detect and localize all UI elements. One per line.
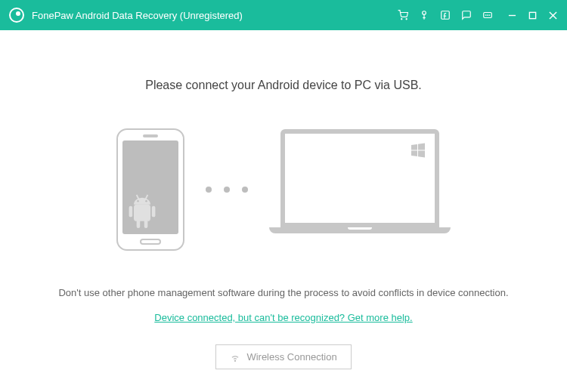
- cart-icon[interactable]: [397, 9, 409, 21]
- svg-line-17: [146, 195, 148, 199]
- wireless-connection-label: Wireless Connection: [246, 351, 336, 363]
- illustration: [116, 128, 451, 251]
- titlebar-left: FonePaw Android Data Recovery (Unregiste…: [9, 8, 243, 23]
- key-icon[interactable]: [418, 9, 430, 21]
- android-icon: [125, 192, 159, 231]
- wireless-connection-button[interactable]: Wireless Connection: [215, 344, 351, 369]
- facebook-icon[interactable]: [439, 9, 451, 21]
- svg-point-10: [489, 15, 490, 16]
- svg-point-9: [488, 15, 488, 16]
- svg-rect-22: [137, 220, 141, 228]
- window-controls: [507, 11, 558, 20]
- svg-marker-27: [418, 151, 425, 158]
- titlebar-right: [397, 9, 558, 21]
- app-title: FonePaw Android Data Recovery (Unregiste…: [32, 10, 243, 21]
- svg-point-19: [145, 200, 147, 202]
- svg-point-28: [235, 360, 236, 361]
- wifi-icon: [230, 352, 240, 363]
- close-button[interactable]: [548, 11, 558, 20]
- svg-point-8: [485, 15, 486, 16]
- windows-icon: [411, 143, 426, 158]
- svg-marker-25: [418, 144, 425, 150]
- svg-rect-21: [152, 206, 156, 218]
- help-link[interactable]: Device connected, but can't be recognize…: [154, 312, 412, 323]
- svg-marker-26: [411, 151, 417, 157]
- svg-point-18: [137, 200, 139, 202]
- svg-rect-12: [529, 12, 535, 18]
- svg-rect-5: [442, 11, 450, 20]
- svg-point-0: [401, 19, 402, 20]
- svg-rect-15: [134, 205, 150, 221]
- maximize-button[interactable]: [528, 11, 538, 20]
- instruction-heading: Please connect your Android device to PC…: [145, 79, 422, 92]
- svg-line-16: [137, 195, 139, 199]
- svg-marker-24: [411, 144, 417, 150]
- svg-rect-20: [129, 206, 133, 218]
- svg-rect-23: [144, 220, 148, 228]
- warning-text: Don't use other phone management softwar…: [58, 287, 508, 298]
- minimize-button[interactable]: [507, 11, 517, 20]
- titlebar: FonePaw Android Data Recovery (Unregiste…: [0, 0, 567, 30]
- phone-illustration: [116, 128, 184, 251]
- svg-point-2: [423, 11, 426, 15]
- svg-point-1: [406, 19, 407, 20]
- feedback-icon[interactable]: [460, 9, 472, 21]
- menu-icon[interactable]: [482, 9, 494, 21]
- app-logo-icon: [9, 8, 24, 23]
- connection-dots: [206, 187, 248, 193]
- main-content: Please connect your Android device to PC…: [0, 30, 567, 392]
- app-window: FonePaw Android Data Recovery (Unregiste…: [0, 0, 567, 392]
- laptop-illustration: [269, 129, 451, 250]
